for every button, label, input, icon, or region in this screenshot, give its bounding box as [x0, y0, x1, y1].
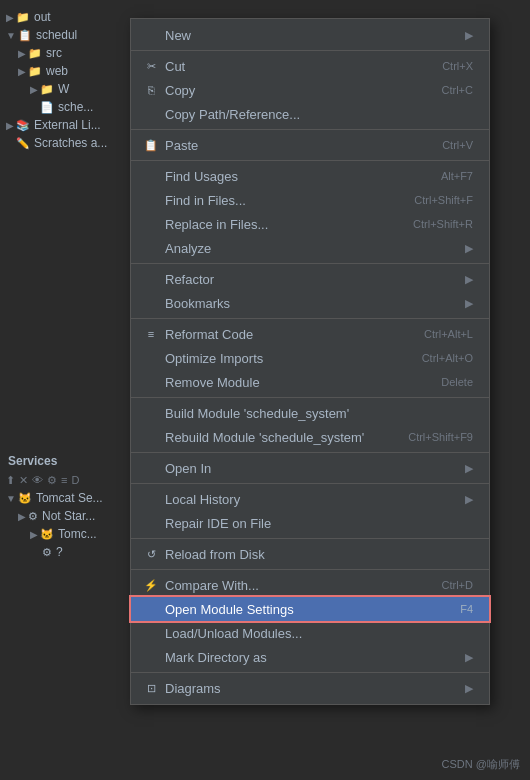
menu-item-rebuild-module[interactable]: Rebuild Module 'schedule_system' Ctrl+Sh…	[131, 425, 489, 449]
menu-item-refactor[interactable]: Refactor ▶	[131, 267, 489, 291]
menu-item-paste[interactable]: 📋 Paste Ctrl+V	[131, 133, 489, 157]
menu-item-replace-in-files[interactable]: Replace in Files... Ctrl+Shift+R	[131, 212, 489, 236]
context-menu: New ▶ ✂ Cut Ctrl+X ⎘ Copy Ctrl+C Copy Pa…	[130, 18, 490, 705]
tree-label: sche...	[58, 100, 93, 114]
menu-item-diagrams[interactable]: ⊡ Diagrams ▶	[131, 676, 489, 700]
file-tree: ▶ 📁 out ▼ 📋 schedul ▶ 📁 src ▶ 📁 web ▶ 📁 …	[0, 0, 140, 780]
up-icon[interactable]: ⬆	[6, 474, 15, 487]
services-item-debug[interactable]: ⚙ ?	[0, 543, 140, 561]
tree-item-scratches[interactable]: ▶ ✏️ Scratches a...	[0, 134, 140, 152]
analyze-icon	[143, 240, 159, 256]
shortcut-replace-in-files: Ctrl+Shift+R	[413, 218, 473, 230]
services-item-tomcat[interactable]: ▼ 🐱 Tomcat Se...	[0, 489, 140, 507]
separator	[131, 483, 489, 484]
arrow-icon: ▼	[6, 493, 16, 504]
menu-label-open-in: Open In	[165, 461, 211, 476]
tree-item-out[interactable]: ▶ 📁 out	[0, 8, 140, 26]
open-in-icon	[143, 460, 159, 476]
shortcut-rebuild: Ctrl+Shift+F9	[408, 431, 473, 443]
menu-item-repair-ide[interactable]: Repair IDE on File	[131, 511, 489, 535]
local-history-icon	[143, 491, 159, 507]
rebuild-icon	[143, 429, 159, 445]
shortcut-find-usages: Alt+F7	[441, 170, 473, 182]
menu-item-build-module[interactable]: Build Module 'schedule_system'	[131, 401, 489, 425]
tree-item-schedul[interactable]: ▼ 📋 schedul	[0, 26, 140, 44]
separator	[131, 318, 489, 319]
submenu-arrow: ▶	[465, 297, 473, 310]
find-in-files-icon	[143, 192, 159, 208]
config-icon: ⚙	[28, 510, 38, 523]
tomcat-sub-icon: 🐱	[40, 528, 54, 541]
gear-icon[interactable]: ⚙	[47, 474, 57, 487]
menu-label-paste: Paste	[165, 138, 198, 153]
optimize-icon	[143, 350, 159, 366]
menu-item-load-unload[interactable]: Load/Unload Modules...	[131, 621, 489, 645]
tree-item-w[interactable]: ▶ 📁 W	[0, 80, 140, 98]
menu-label-new: New	[165, 28, 191, 43]
menu-label-reformat-code: Reformat Code	[165, 327, 253, 342]
tree-label: Tomc...	[58, 527, 97, 541]
tree-item-src[interactable]: ▶ 📁 src	[0, 44, 140, 62]
mark-dir-icon	[143, 649, 159, 665]
menu-label-repair-ide: Repair IDE on File	[165, 516, 271, 531]
tree-item-external-lib[interactable]: ▶ 📚 External Li...	[0, 116, 140, 134]
menu-item-compare-with[interactable]: ⚡ Compare With... Ctrl+D	[131, 573, 489, 597]
refactor-icon	[143, 271, 159, 287]
menu-item-optimize-imports[interactable]: Optimize Imports Ctrl+Alt+O	[131, 346, 489, 370]
shortcut-remove: Delete	[441, 376, 473, 388]
menu-item-open-module-settings[interactable]: Open Module Settings F4	[131, 597, 489, 621]
d-icon[interactable]: D	[71, 474, 79, 487]
separator	[131, 160, 489, 161]
menu-label-local-history: Local History	[165, 492, 240, 507]
menu-item-remove-module[interactable]: Remove Module Delete	[131, 370, 489, 394]
menu-item-cut[interactable]: ✂ Cut Ctrl+X	[131, 54, 489, 78]
menu-label-mark-directory: Mark Directory as	[165, 650, 267, 665]
menu-item-copy[interactable]: ⎘ Copy Ctrl+C	[131, 78, 489, 102]
menu-item-new[interactable]: New ▶	[131, 23, 489, 47]
eye-icon[interactable]: 👁	[32, 474, 43, 487]
tree-label: Tomcat Se...	[36, 491, 103, 505]
menu-item-copy-path[interactable]: Copy Path/Reference...	[131, 102, 489, 126]
arrow-icon: ▶	[18, 66, 26, 77]
services-item-tomcat-sub[interactable]: ▶ 🐱 Tomc...	[0, 525, 140, 543]
repair-icon	[143, 515, 159, 531]
menu-label-load-unload: Load/Unload Modules...	[165, 626, 302, 641]
menu-item-find-in-files[interactable]: Find in Files... Ctrl+Shift+F	[131, 188, 489, 212]
separator	[131, 569, 489, 570]
arrow-icon: ▶	[18, 511, 26, 522]
menu-label-remove-module: Remove Module	[165, 375, 260, 390]
menu-item-analyze[interactable]: Analyze ▶	[131, 236, 489, 260]
folder-icon: 📁	[40, 83, 54, 96]
menu-label-compare-with: Compare With...	[165, 578, 259, 593]
tree-item-web[interactable]: ▶ 📁 web	[0, 62, 140, 80]
menu-label-find-in-files: Find in Files...	[165, 193, 246, 208]
menu-label-copy-path: Copy Path/Reference...	[165, 107, 300, 122]
tree-label: src	[46, 46, 62, 60]
menu-icon[interactable]: ≡	[61, 474, 67, 487]
menu-item-reformat-code[interactable]: ≡ Reformat Code Ctrl+Alt+L	[131, 322, 489, 346]
tree-label: Scratches a...	[34, 136, 107, 150]
close-icon[interactable]: ✕	[19, 474, 28, 487]
separator	[131, 452, 489, 453]
menu-label-diagrams: Diagrams	[165, 681, 221, 696]
shortcut-module-settings: F4	[460, 603, 473, 615]
debug-icon: ⚙	[42, 546, 52, 559]
menu-item-reload-disk[interactable]: ↺ Reload from Disk	[131, 542, 489, 566]
menu-item-bookmarks[interactable]: Bookmarks ▶	[131, 291, 489, 315]
menu-item-local-history[interactable]: Local History ▶	[131, 487, 489, 511]
library-icon: 📚	[16, 119, 30, 132]
folder-icon: 📁	[28, 65, 42, 78]
menu-label-find-usages: Find Usages	[165, 169, 238, 184]
tree-label: W	[58, 82, 69, 96]
build-icon	[143, 405, 159, 421]
services-panel: Services ⬆ ✕ 👁 ⚙ ≡ D ▼ 🐱 Tomcat Se... ▶ …	[0, 450, 140, 561]
menu-item-mark-directory[interactable]: Mark Directory as ▶	[131, 645, 489, 669]
submenu-arrow: ▶	[465, 682, 473, 695]
menu-item-open-in[interactable]: Open In ▶	[131, 456, 489, 480]
services-item-not-started[interactable]: ▶ ⚙ Not Star...	[0, 507, 140, 525]
tree-label: web	[46, 64, 68, 78]
menu-item-find-usages[interactable]: Find Usages Alt+F7	[131, 164, 489, 188]
tree-label: External Li...	[34, 118, 101, 132]
submenu-arrow: ▶	[465, 462, 473, 475]
tree-item-sche[interactable]: ▶ 📄 sche...	[0, 98, 140, 116]
